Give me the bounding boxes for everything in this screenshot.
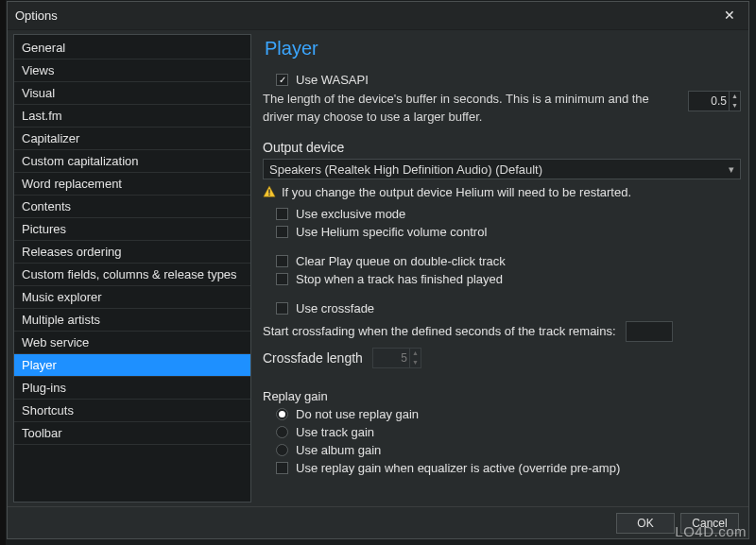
helium-volume-checkbox[interactable] (276, 226, 288, 238)
output-warning-text: If you change the output device Helium w… (282, 185, 631, 199)
options-content[interactable]: Player Use WASAPI The length of the devi… (253, 30, 748, 506)
svg-rect-2 (268, 195, 269, 196)
replay-gain-eq-label: Use replay gain when equalizer is active… (296, 461, 620, 475)
replay-gain-album-label: Use album gain (296, 443, 381, 457)
sidebar-item-web-service[interactable]: Web service (14, 332, 250, 354)
sidebar-item-visual[interactable]: Visual (14, 82, 250, 105)
sidebar-item-player[interactable]: Player (14, 354, 250, 377)
window-title: Options (15, 9, 718, 23)
sidebar-item-views[interactable]: Views (14, 60, 250, 82)
page-title: Player (265, 38, 741, 60)
sidebar-item-word-replacement[interactable]: Word replacement (14, 173, 250, 196)
use-crossfade-checkbox[interactable] (276, 302, 288, 315)
sidebar-item-releases-ordering[interactable]: Releases ordering (14, 241, 250, 264)
use-wasapi-checkbox[interactable] (276, 74, 288, 86)
clear-queue-checkbox[interactable] (276, 255, 288, 267)
sidebar-item-general[interactable]: General (14, 37, 250, 60)
clear-queue-label: Clear Play queue on double-click track (296, 254, 506, 268)
sidebar-item-shortcuts[interactable]: Shortcuts (14, 400, 250, 422)
stop-finished-label: Stop when a track has finished played (296, 272, 503, 286)
replay-gain-track-radio[interactable] (276, 426, 288, 438)
replay-gain-track-label: Use track gain (296, 425, 374, 439)
exclusive-mode-checkbox[interactable] (276, 208, 288, 220)
use-crossfade-label: Use crossfade (296, 301, 374, 315)
replay-gain-header: Replay gain (263, 389, 741, 403)
close-button[interactable]: ✕ (718, 5, 741, 27)
replay-gain-album-radio[interactable] (276, 444, 288, 456)
crossfade-length-label: Crossfade length (263, 350, 363, 366)
sidebar-item-custom-capitalization[interactable]: Custom capitalization (14, 150, 250, 173)
dialog-footer: OK Cancel (8, 506, 748, 538)
sidebar-item-contents[interactable]: Contents (14, 196, 250, 218)
warning-icon (263, 185, 276, 198)
options-sidebar[interactable]: GeneralViewsVisualLast.fmCapitalizerCust… (13, 34, 251, 502)
sidebar-item-multiple-artists[interactable]: Multiple artists (14, 309, 250, 332)
sidebar-item-capitalizer[interactable]: Capitalizer (14, 128, 250, 150)
output-device-select[interactable]: Speakers (Realtek High Definition Audio)… (263, 159, 741, 179)
use-wasapi-label: Use WASAPI (296, 73, 369, 87)
sidebar-item-music-explorer[interactable]: Music explorer (14, 286, 250, 309)
stop-finished-checkbox[interactable] (276, 273, 288, 285)
title-bar: Options ✕ (8, 2, 748, 30)
buffer-seconds-input[interactable]: 0.5 ▲▼ (688, 91, 741, 111)
buffer-description: The length of the device's buffer in sec… (263, 91, 679, 127)
svg-rect-1 (268, 190, 269, 194)
replay-gain-none-label: Do not use replay gain (296, 407, 419, 421)
sidebar-item-pictures[interactable]: Pictures (14, 218, 250, 241)
sidebar-item-toolbar[interactable]: Toolbar (14, 422, 250, 445)
crossfade-start-input[interactable] (626, 321, 673, 342)
exclusive-mode-label: Use exclusive mode (296, 207, 405, 221)
ok-button[interactable]: OK (616, 513, 675, 534)
crossfade-start-label: Start crossfading when the defined secon… (263, 324, 616, 338)
sidebar-item-custom-fields-columns-release-types[interactable]: Custom fields, columns & release types (14, 264, 250, 286)
crossfade-length-input[interactable]: 5 ▲▼ (372, 348, 421, 368)
sidebar-item-last-fm[interactable]: Last.fm (14, 105, 250, 128)
helium-volume-label: Use Helium specific volume control (296, 225, 487, 239)
cancel-button[interactable]: Cancel (680, 513, 739, 534)
sidebar-item-plug-ins[interactable]: Plug-ins (14, 377, 250, 400)
output-device-label: Output device (263, 140, 741, 155)
replay-gain-none-radio[interactable] (276, 408, 288, 420)
replay-gain-eq-checkbox[interactable] (276, 462, 288, 474)
